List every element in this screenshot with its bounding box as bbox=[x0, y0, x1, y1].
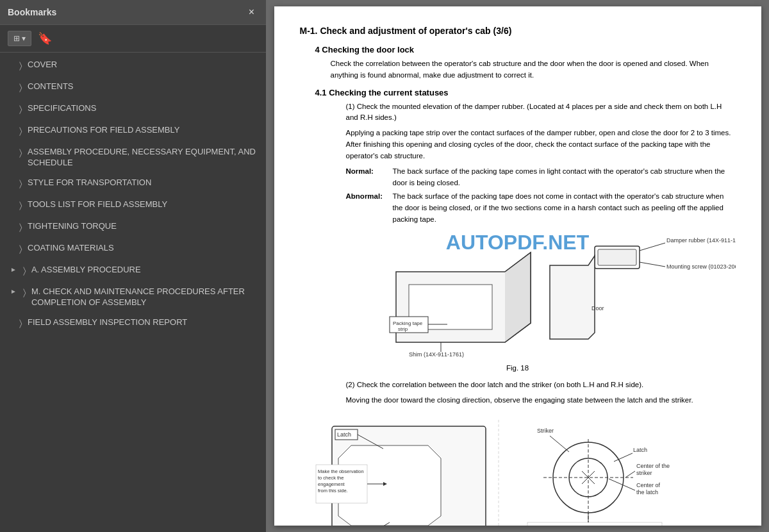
fig18-svg: Damper rubber (14X-911-1690) Mounting sc… bbox=[300, 233, 736, 362]
bookmark-list: 〉 COVER 〉 CONTENTS 〉 SPECIFICATIONS 〉 PR… bbox=[0, 53, 266, 532]
svg-text:engagement: engagement bbox=[318, 481, 345, 487]
svg-text:from this side.: from this side. bbox=[318, 488, 348, 494]
svg-text:Striker: Striker bbox=[537, 428, 554, 434]
document-page: AUTOPDF.NET M-1. Check and adjustment of… bbox=[274, 6, 761, 526]
svg-text:striker: striker bbox=[636, 470, 652, 476]
sidebar-item-contents[interactable]: 〉 CONTENTS bbox=[0, 77, 266, 99]
fig18-caption: Fig. 18 bbox=[506, 364, 529, 372]
sidebar-item-coating-materials[interactable]: 〉 COATING MATERIALS bbox=[0, 238, 266, 260]
bookmark-icon: 〉 bbox=[23, 287, 26, 298]
main-content: AUTOPDF.NET M-1. Check and adjustment of… bbox=[266, 0, 769, 532]
bookmark-icon: 〉 bbox=[19, 200, 22, 211]
svg-text:Latch: Latch bbox=[337, 431, 351, 438]
expand-arrow-icon: ► bbox=[10, 266, 17, 273]
sidebar-item-label: A. ASSEMBLY PROCEDURE bbox=[31, 265, 141, 276]
sidebar-item-label: PRECAUTIONS FOR FIELD ASSEMBLY bbox=[28, 125, 179, 136]
abnormal-text: The back surface of the packing tape doe… bbox=[393, 191, 736, 225]
figure-19-diagram: Latch Striker Make the observation to ch… bbox=[300, 413, 736, 526]
sidebar-item-tightening-torque[interactable]: 〉 TIGHTENING TORQUE bbox=[0, 217, 266, 238]
sidebar-item-label: SPECIFICATIONS bbox=[28, 103, 96, 114]
sidebar-item-assembly-procedure[interactable]: 〉 ASSEMBLY PROCEDURE, NECESSARY EQUIPMEN… bbox=[0, 142, 266, 173]
svg-text:Make the observation: Make the observation bbox=[318, 469, 364, 474]
sidebar: Bookmarks × ⊞ ▾ 🔖 〉 COVER 〉 CONTENTS 〉 S… bbox=[0, 0, 266, 532]
abnormal-label: Abnormal: bbox=[346, 191, 388, 225]
normal-label: Normal: bbox=[346, 166, 388, 189]
bookmark-icon: 🔖 bbox=[38, 32, 52, 45]
sidebar-item-label: COATING MATERIALS bbox=[28, 243, 114, 254]
bookmark-icon: 〉 bbox=[19, 147, 22, 158]
svg-line-4 bbox=[640, 262, 665, 267]
bookmark-icon: 〉 bbox=[19, 126, 22, 137]
sidebar-item-label: ASSEMBLY PROCEDURE, NECESSARY EQUIPMENT,… bbox=[28, 147, 258, 169]
sidebar-item-tools-list[interactable]: 〉 TOOLS LIST FOR FIELD ASSEMBLY bbox=[0, 195, 266, 217]
sidebar-toolbar: ⊞ ▾ 🔖 bbox=[0, 25, 266, 53]
svg-rect-1 bbox=[598, 249, 636, 265]
svg-text:Center of the: Center of the bbox=[636, 463, 670, 469]
sidebar-header: Bookmarks × bbox=[0, 0, 266, 25]
svg-text:Packing tape: Packing tape bbox=[393, 320, 423, 326]
bookmark-icon: 〉 bbox=[19, 60, 22, 71]
svg-text:to check the: to check the bbox=[318, 475, 343, 481]
bookmark-icon: 〉 bbox=[19, 222, 22, 233]
sidebar-item-precautions[interactable]: 〉 PRECAUTIONS FOR FIELD ASSEMBLY bbox=[0, 121, 266, 142]
close-button[interactable]: × bbox=[245, 5, 258, 19]
figure-18-diagram: Damper rubber (14X-911-1690) Mounting sc… bbox=[300, 233, 736, 372]
section-4-text: Check the correlation between the operat… bbox=[331, 58, 736, 81]
sidebar-item-label: M. CHECK AND MAINTENANCE PROCEDURES AFTE… bbox=[31, 287, 258, 308]
sidebar-item-specifications[interactable]: 〉 SPECIFICATIONS bbox=[0, 99, 266, 121]
sidebar-item-cover[interactable]: 〉 COVER bbox=[0, 55, 266, 77]
sidebar-title: Bookmarks bbox=[8, 7, 56, 17]
svg-text:Damper rubber (14X-911-1690): Damper rubber (14X-911-1690) bbox=[666, 237, 736, 244]
normal-text: The back surface of the packing tape com… bbox=[393, 166, 736, 189]
bookmark-view-button[interactable]: 🔖 bbox=[37, 30, 53, 47]
sidebar-item-label: CONTENTS bbox=[28, 81, 74, 92]
sidebar-item-style-transport[interactable]: 〉 STYLE FOR TRANSPORTATION bbox=[0, 173, 266, 195]
bookmark-icon: 〉 bbox=[23, 265, 26, 276]
bookmark-icon: 〉 bbox=[19, 244, 22, 254]
svg-line-2 bbox=[640, 243, 665, 251]
sidebar-item-label: FIELD ASSEMBLY INSPECTION REPORT bbox=[28, 317, 187, 328]
svg-text:Mounting screw (01023-20616): Mounting screw (01023-20616) bbox=[666, 263, 736, 270]
bookmark-icon: 〉 bbox=[19, 104, 22, 115]
bookmark-icon: 〉 bbox=[19, 318, 22, 329]
sidebar-item-label: STYLE FOR TRANSPORTATION bbox=[28, 178, 151, 188]
svg-line-41 bbox=[625, 471, 635, 478]
step-1-detail: Applying a packing tape strip over the c… bbox=[346, 128, 736, 162]
page-title: M-1. Check and adjustment of operator's … bbox=[300, 26, 736, 36]
sidebar-item-field-inspection[interactable]: 〉 FIELD ASSEMBLY INSPECTION REPORT bbox=[0, 313, 266, 335]
section-4-heading: 4 Checking the door lock bbox=[315, 45, 736, 54]
svg-text:Center of: Center of bbox=[636, 482, 661, 488]
svg-rect-45 bbox=[527, 522, 662, 526]
sidebar-item-label: TOOLS LIST FOR FIELD ASSEMBLY bbox=[28, 199, 167, 210]
step-2-text: (2) Check the correlation between the do… bbox=[346, 379, 736, 391]
bookmark-icon: 〉 bbox=[19, 178, 22, 189]
svg-text:Door: Door bbox=[591, 305, 604, 312]
sidebar-item-check-maintenance[interactable]: ► 〉 M. CHECK AND MAINTENANCE PROCEDURES … bbox=[0, 282, 266, 313]
sidebar-item-label: COVER bbox=[28, 60, 57, 71]
grid-icon: ⊞ bbox=[13, 34, 20, 43]
sidebar-item-assembly-main[interactable]: ► 〉 A. ASSEMBLY PROCEDURE bbox=[0, 260, 266, 282]
grid-view-button[interactable]: ⊞ ▾ bbox=[8, 31, 31, 46]
svg-text:Shim (14X-911-1761): Shim (14X-911-1761) bbox=[409, 351, 464, 358]
fig19-svg: Latch Striker Make the observation to ch… bbox=[300, 413, 736, 526]
svg-text:strip: strip bbox=[398, 326, 408, 332]
section-4-1-heading: 4.1 Checking the current statuses bbox=[315, 88, 736, 97]
step-2-detail: Moving the door toward the closing direc… bbox=[346, 395, 736, 406]
svg-text:Latch: Latch bbox=[633, 447, 647, 453]
dropdown-arrow-icon: ▾ bbox=[22, 34, 26, 43]
sidebar-item-label: TIGHTENING TORQUE bbox=[28, 221, 117, 232]
bookmark-icon: 〉 bbox=[19, 82, 22, 93]
step-1-text: (1) Check the mounted elevation of the d… bbox=[346, 101, 736, 124]
expand-arrow-icon: ► bbox=[10, 288, 17, 295]
svg-text:the latch: the latch bbox=[636, 489, 658, 495]
